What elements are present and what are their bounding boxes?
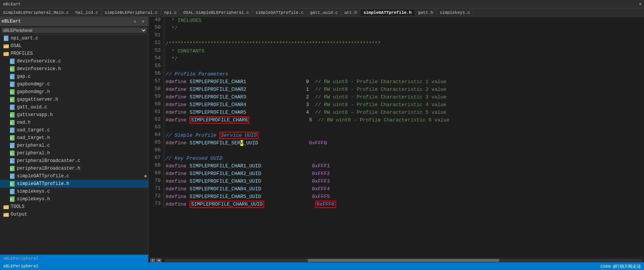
format-icon[interactable]: ❙ [150, 259, 155, 262]
line-number: 49 [149, 17, 164, 25]
line-code[interactable] [164, 124, 644, 132]
tree-item-devinfoservice-c[interactable]: cdevinfoservice.c [0, 57, 148, 65]
line-code[interactable]: /***************************************… [164, 40, 644, 47]
svg-text:h: h [10, 137, 12, 140]
tree-item-simpleGATTprofile-c[interactable]: csimpleGATTprofile.c [0, 172, 148, 180]
tab-gatt-h[interactable]: gatt.h [415, 10, 437, 16]
hscroll-thumb[interactable] [308, 259, 499, 262]
tree-item-TOOLS[interactable]: TOOLS [0, 203, 148, 211]
line-number: 59 [149, 93, 164, 101]
tree-item-oad-h[interactable]: hoad.h [0, 119, 148, 126]
tab-OSAL_SimpleBLEPeripheral-c[interactable]: OSAL_SimpleBLEPeripheral.c [180, 10, 253, 16]
tree-item-devinfoservice-h[interactable]: hdevinfoservice.h [0, 65, 148, 73]
sidebar: eBLEart ⇄ ⚙ sBLEPeripheral cnpi_uart.cOS… [0, 17, 149, 262]
tab-npi-c[interactable]: npi.c [161, 10, 180, 16]
file-h-icon: h [9, 89, 15, 95]
tree-item-oad_target-c[interactable]: coad_target.c [0, 126, 148, 134]
settings-icon[interactable]: ⚙ [140, 18, 147, 25]
line-code[interactable]: #define SIMPLEPROFILE_CHAR1 0 // RW uint… [164, 78, 644, 86]
tree-item-peripheral-h[interactable]: hperipheral.h [0, 149, 148, 157]
folder-icon [3, 51, 9, 57]
horizontal-scrollbar[interactable]: ❙ ◀ [149, 258, 644, 262]
line-number: 61 [149, 109, 164, 116]
folder-icon [3, 204, 9, 210]
line-code[interactable] [164, 32, 644, 40]
tab-SimpleBLEPeripheral_Main-c[interactable]: SimpleBLEPeripheral_Main.c [0, 10, 72, 16]
tree-item-gapgattserver-h[interactable]: hgapgattserver.h [0, 96, 148, 103]
file-c-icon: c [9, 58, 15, 64]
scroll-left-icon[interactable]: ◀ [156, 259, 162, 262]
tab-hal_lcd-c[interactable]: hal_lcd.c [72, 10, 101, 16]
tab-simpleGATTprofile-h[interactable]: simpleGATTprofile.h [360, 10, 415, 16]
tab-simpleBLEPeripheral-c[interactable]: simpleBLEPeripheral.c [101, 10, 161, 16]
file-c-icon: c [3, 35, 9, 41]
tree-item-gapbondmgr-c[interactable]: cgapbondmgr.c [0, 80, 148, 88]
code-line-72: 72#define SIMPLEPROFILE_CHAR5_UUID 0xFFF… [149, 193, 644, 201]
tree-item-simplekeys-h[interactable]: hsimplekeys.h [0, 195, 148, 203]
tree-item-label: gap.c [17, 74, 31, 79]
line-code[interactable]: * INCLUDES [164, 17, 644, 25]
line-code[interactable]: #define SIMPLEPROFILE_CHAR2_UUID 0xFFF2 [164, 170, 644, 178]
tree-item-label: peripheralBroadcaster.h [17, 166, 80, 171]
line-number: 56 [149, 70, 164, 78]
line-code[interactable]: #define SIMPLEPROFILE_CHAR6 5 // RW uint… [164, 116, 644, 124]
tree-item-gap-c[interactable]: cgap.c [0, 73, 148, 80]
line-code[interactable]: // Simple Profile Service UUID [164, 132, 644, 139]
line-number: 53 [149, 47, 164, 55]
svg-text:c: c [10, 75, 12, 79]
tree-item-peripheral-c[interactable]: cperipheral.c [0, 142, 148, 149]
tree-item-label: gatt_uuid.c [17, 105, 47, 110]
line-code[interactable] [164, 147, 644, 155]
tree-item-Output[interactable]: Output [0, 211, 148, 218]
svg-rect-45 [3, 205, 6, 206]
line-code[interactable]: */ [164, 55, 644, 63]
folder-icon [3, 211, 9, 218]
tab-gatt_uuid-c[interactable]: gatt_uuid.c [307, 10, 342, 16]
file-h-icon: h [9, 112, 15, 118]
file-c-icon: c [9, 173, 15, 179]
close-icon[interactable]: ✕ [637, 1, 644, 7]
project-dropdown[interactable]: sBLEPeripheral [2, 28, 147, 33]
line-code[interactable]: #define SIMPLEPROFILE_CHAR2 1 // RW uint… [164, 86, 644, 93]
svg-text:c: c [10, 60, 12, 64]
svg-text:h: h [10, 183, 12, 186]
line-code[interactable]: // Profile Parameters [164, 70, 644, 78]
tree-item-gattservapp-h[interactable]: hgattservapp.h [0, 111, 148, 119]
tab-simpleGATTprofile-c[interactable]: simpleGATTprofile.c [252, 10, 307, 16]
line-code[interactable]: #define SIMPLEPROFILE_CHAR3 2 // RW uint… [164, 93, 644, 101]
sync-icon[interactable]: ⇄ [131, 18, 138, 25]
code-area[interactable]: 49 * INCLUDES50 */51 52/****************… [149, 17, 644, 258]
tree-item-npi_uart-c[interactable]: cnpi_uart.c [0, 34, 148, 42]
line-code[interactable]: // Key Pressed UUID [164, 155, 644, 162]
line-code[interactable]: */ [164, 25, 644, 32]
line-code[interactable]: #define SIMPLEPROFILE_CHAR5_UUID 0xFFF5 [164, 193, 644, 201]
tree-item-gatt_uuid-c[interactable]: cgatt_uuid.c [0, 103, 148, 111]
svg-text:c: c [10, 129, 12, 133]
tree-item-OSAL[interactable]: OSAL [0, 42, 148, 50]
line-code[interactable]: #define SIMPLEPROFILE_CHAR6_UUID 0xFFF6 [164, 201, 644, 208]
line-code[interactable]: #define SIMPLEPROFILE_CHAR5 4 // RW uint… [164, 109, 644, 116]
tree-item-simpleGATTprofile-h[interactable]: hsimpleGATTprofile.h [0, 180, 148, 188]
line-code[interactable] [164, 63, 644, 70]
svg-text:h: h [10, 91, 12, 94]
line-code[interactable]: #define SIMPLEPROFILE_CHAR4_UUID 0xFFF4 [164, 185, 644, 193]
code-line-56: 56// Profile Parameters [149, 70, 644, 78]
code-line-49: 49 * INCLUDES [149, 17, 644, 25]
window-title: eBLEart [0, 2, 24, 7]
line-code[interactable]: #define SIMPLEPROFILE_CHAR3_UUID 0xFFF3 [164, 178, 644, 185]
line-code[interactable]: #define SIMPLEPROFILE_CHAR1_UUID 0xFFF1 [164, 162, 644, 170]
line-code[interactable]: * CONSTANTS [164, 47, 644, 55]
tree-item-gapbondmgr-h[interactable]: hgapbondmgr.h [0, 88, 148, 96]
line-code[interactable]: #define SIMPLEPROFILE_SERV_UUID 0xFFF0 [164, 139, 644, 147]
tree-item-simplekeys-c[interactable]: csimplekeys.c [0, 188, 148, 195]
line-code[interactable]: #define SIMPLEPROFILE_CHAR4 3 // RW uint… [164, 101, 644, 109]
tab-att-h[interactable]: att.h [341, 10, 360, 16]
tree-item-peripheralBroadcaster-h[interactable]: hperipheralBroadcaster.h [0, 165, 148, 172]
hscroll-track[interactable] [165, 259, 642, 262]
tree-item-oad_target-h[interactable]: hoad_target.h [0, 134, 148, 142]
code-line-62: 62#define SIMPLEPROFILE_CHAR6 5 // RW ui… [149, 116, 644, 124]
code-line-53: 53 * CONSTANTS [149, 47, 644, 55]
tree-item-peripheralBroadcaster-c[interactable]: cperipheralBroadcaster.c [0, 157, 148, 165]
tree-item-PROFILES[interactable]: PROFILES [0, 50, 148, 57]
tab-simplekeys-c[interactable]: simplekeys.c [436, 10, 473, 16]
